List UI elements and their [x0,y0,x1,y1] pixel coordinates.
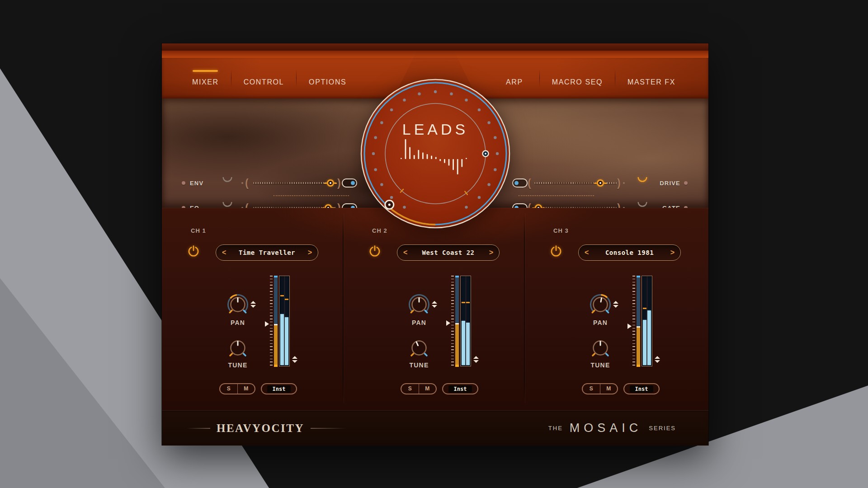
nav-tab-label: MACRO SEQ [552,78,603,86]
waveform-bar [457,159,458,174]
meter-bar-left [280,314,284,365]
fx-power-drive[interactable] [637,177,648,189]
channel-2-pan-stepper[interactable] [432,301,437,308]
channel-2-preset-name: West Coast 22 [413,249,483,256]
channel-1-label: CH 1 [191,227,206,234]
nav-tab-control[interactable]: CONTROL [231,70,296,86]
channel-3-source-button[interactable]: Inst [623,383,660,394]
channel-3-fader-position-arrow [627,324,632,329]
knob-instrument-title: LEADS [402,121,469,138]
meter-bar-right [647,310,651,365]
channel-1-pan-label: PAN [224,319,251,326]
nav-left-group: MIXERCONTROLOPTIONS [180,58,359,99]
channel-3-volume-fader[interactable] [637,276,640,367]
channel-1-tune-knob[interactable] [225,335,250,361]
channel-1-fader-position-arrow [265,321,269,327]
channel-2-solo-button[interactable]: S [401,384,419,394]
channel-2-tune-knob[interactable] [406,335,432,361]
channel-3-pan-label: PAN [587,319,614,326]
channel-2-volume-fader[interactable] [455,276,459,367]
channel-1-pan-knob[interactable] [225,292,250,317]
channel-1-solo-button[interactable]: S [220,384,238,394]
channel-3-meter-stepper[interactable] [655,356,660,363]
channel-1-preset-selector[interactable]: <Time Traveller> [216,244,318,261]
channel-1-power-button[interactable] [187,245,200,258]
nav-right-group: ARPMACRO SEQMASTER FX [490,58,688,99]
channel-3-pan-stepper[interactable] [613,301,618,308]
waveform-bar [414,155,415,159]
channel-1-solo-mute-group: SM [219,383,255,394]
channel-3-solo-button[interactable]: S [583,384,600,394]
series-logo: THE MOSAIC SERIES [548,411,676,446]
channel-3-power-button[interactable] [550,245,562,258]
channels-section: CH 1<Time Traveller>PANTUNESMInstCH 2<We… [162,208,708,410]
channel-2-mute-button[interactable]: M [419,384,436,394]
waveform-bar [409,147,410,159]
channel-1-volume-fader[interactable] [274,276,278,367]
channel-2-power-button[interactable] [368,245,381,258]
channel-3-mute-button[interactable]: M [600,384,618,394]
channel-1-meter-stepper[interactable] [292,356,297,363]
fx-slider-handle-drive[interactable] [597,179,604,187]
channel-1-source-label: Inst [267,385,291,393]
channel-2-preset-next-arrow[interactable]: > [483,249,499,257]
fader-upper-track [274,277,278,324]
nav-tab-options[interactable]: OPTIONS [297,70,359,86]
channel-1-pan-stepper[interactable] [250,301,256,308]
meter-bar-left [643,320,646,365]
channel-2-meter-stepper[interactable] [473,356,479,363]
footer: HEAVYOCITY THE MOSAIC SERIES [162,410,708,446]
waveform-bar [444,159,445,163]
channel-3: CH 3<Console 1981>PANTUNESMInst [524,208,706,410]
channel-2-level-meter [460,276,471,366]
nav-tab-label: OPTIONS [309,78,346,86]
channel-2-pan-knob[interactable] [406,292,432,317]
fx-dotted-separator [519,195,594,196]
channel-3-label: CH 3 [553,227,569,234]
nav-tab-label: CONTROL [244,78,284,86]
waveform-bar [435,157,437,159]
channel-1: CH 1<Time Traveller>PANTUNESMInst [162,208,343,410]
channel-1-fader-ruler [270,276,273,367]
waveform-bar [453,159,454,170]
channel-3-tune-knob[interactable] [588,335,613,361]
channel-3-level-meter [642,276,652,366]
nav-active-underline [639,70,664,72]
channel-2-preset-selector[interactable]: <West Coast 22> [397,244,500,261]
channel-3-preset-next-arrow[interactable]: > [665,249,680,257]
channel-2-preset-prev-arrow[interactable]: < [397,249,413,257]
nav-active-underline [193,70,218,72]
fader-lower-track [274,325,278,365]
meter-bar-left [462,321,465,365]
meter-peak-left [280,295,284,296]
master-instrument-knob[interactable]: LEADS [359,77,512,230]
brand-logo: HEAVYOCITY [187,411,347,446]
channel-1-preset-prev-arrow[interactable]: < [216,249,232,257]
waveform-bar [439,159,441,161]
nav-active-underline [251,70,276,72]
channel-2: CH 2<West Coast 22>PANTUNESMInst [343,208,524,410]
channel-3-preset-prev-arrow[interactable]: < [579,249,594,257]
channel-1-source-button[interactable]: Inst [261,383,297,394]
nav-tab-macro-seq[interactable]: MACRO SEQ [540,70,615,86]
channel-2-source-button[interactable]: Inst [442,383,478,394]
fader-bottom-cap [455,365,459,367]
channel-2-tune-label: TUNE [406,361,433,369]
nav-tab-master-fx[interactable]: MASTER FX [615,70,688,86]
channel-3-source-label: Inst [630,385,654,393]
fx-slider-drive[interactable] [534,182,617,184]
fx-toggle-drive[interactable] [512,178,528,188]
meter-peak-right [466,302,470,303]
channel-3-pan-knob[interactable] [588,292,613,317]
channel-1-mute-button[interactable]: M [238,384,255,394]
series-prefix: THE [548,425,563,432]
waveform-bar [405,139,406,159]
nav-tab-mixer[interactable]: MIXER [180,70,231,86]
fx-dotted-separator [274,195,349,196]
waveform-bar [431,156,432,160]
channel-2-fader-ruler [451,276,454,367]
series-name: MOSAIC [570,421,642,435]
fx-bracket-close: ) [617,178,621,188]
channel-1-preset-next-arrow[interactable]: > [302,249,318,257]
channel-3-preset-selector[interactable]: <Console 1981> [578,244,681,261]
